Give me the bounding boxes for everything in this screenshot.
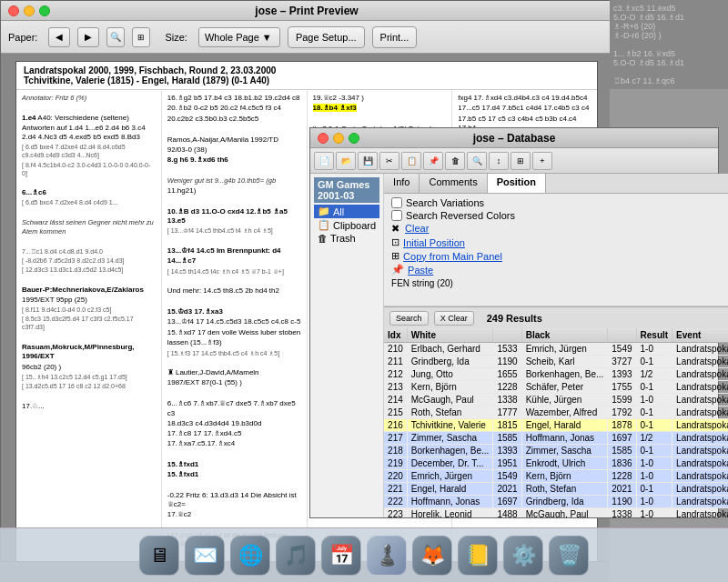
db-clipboard-item[interactable]: 📋 Clipboard bbox=[314, 218, 379, 232]
db-titlebar: jose – Database bbox=[310, 128, 718, 148]
db-cut-button[interactable]: ✂ bbox=[379, 152, 399, 170]
table-row[interactable]: 222Hoffmann, Jonas1697Grindberg, Ida1190… bbox=[384, 496, 728, 508]
results-area[interactable]: Idx White Black Result Event Site R... B… bbox=[384, 328, 728, 517]
tab-position[interactable]: Position bbox=[488, 174, 546, 193]
db-copy-button[interactable]: 📋 bbox=[401, 152, 421, 170]
db-left-panel: GM Games 2001-03 📁 All 📋 Clipboard 🗑 Tra… bbox=[310, 174, 384, 517]
db-all-item[interactable]: 📁 All bbox=[314, 205, 379, 218]
db-trash-item[interactable]: 🗑 Trash bbox=[314, 232, 379, 245]
table-cell: Roth, Stefan bbox=[407, 406, 493, 419]
db-tabs: Info Comments Position bbox=[384, 174, 728, 194]
table-row[interactable]: 217Zimmer, Sascha1585Hoffmann, Jonas1697… bbox=[384, 432, 728, 445]
table-row[interactable]: 223Horelik, Leonid1488McGaugh, Paul13381… bbox=[384, 508, 728, 518]
col-welo[interactable] bbox=[493, 328, 521, 343]
dock-calendar[interactable]: 📅 bbox=[321, 536, 361, 576]
zoom-button[interactable] bbox=[39, 5, 50, 16]
db-close-button[interactable] bbox=[318, 133, 329, 144]
table-cell: Roth, Stefan bbox=[521, 483, 608, 496]
table-row[interactable]: 216Tchivitkine, Valerie1815Engel, Harald… bbox=[384, 419, 728, 432]
search-button[interactable]: Search bbox=[389, 311, 429, 326]
clear-link[interactable]: Clear bbox=[405, 223, 429, 235]
table-row[interactable]: 214McGaugh, Paul1338Kühle, Jürgen15991-0… bbox=[384, 394, 728, 406]
print-label: Print... bbox=[380, 32, 410, 43]
dock-mail[interactable]: ✉️ bbox=[185, 536, 225, 576]
db-zoom-button[interactable] bbox=[349, 133, 359, 144]
col-result[interactable]: Result bbox=[636, 328, 672, 343]
table-cell: 1/2 bbox=[636, 432, 672, 445]
table-cell: Grindberg, Ida bbox=[407, 356, 493, 368]
table-row[interactable]: 213Kern, Björn1228Schäfer, Peter17550-1L… bbox=[384, 381, 728, 394]
table-cell: 1792 bbox=[608, 406, 636, 419]
dock-finder[interactable]: 🖥 bbox=[139, 536, 179, 576]
db-extra-button[interactable]: + bbox=[532, 152, 552, 170]
search-variations-check[interactable] bbox=[391, 197, 402, 208]
db-paste-button[interactable]: 📌 bbox=[423, 152, 443, 170]
table-row[interactable]: 218Borkenhagen, Be...1393Zimmer, Sascha1… bbox=[384, 445, 728, 457]
dock-trash[interactable]: 🗑️ bbox=[549, 536, 589, 576]
table-cell: 1393 bbox=[493, 445, 521, 457]
db-minimize-button[interactable] bbox=[333, 133, 344, 144]
zoom-out-button[interactable]: 🔍 bbox=[106, 27, 125, 47]
results-table: Idx White Black Result Event Site R... B… bbox=[384, 328, 728, 517]
print-button[interactable]: Print... bbox=[372, 26, 418, 48]
zoom-mode[interactable]: ⊞ bbox=[132, 27, 150, 47]
table-row[interactable]: 220Emrich, Jürgen1549Kern, Björn12281-0L… bbox=[384, 470, 728, 483]
col-idx[interactable]: Idx bbox=[384, 328, 407, 343]
table-row[interactable]: 219December, Dr. T...1951Enkrodt, Ulrich… bbox=[384, 457, 728, 470]
initial-position-icon: ⊡ bbox=[391, 236, 399, 248]
table-cell: 1836 bbox=[608, 457, 636, 470]
taskbar: 🖥 ✉️ 🌐 🎵 📅 ♟️ 🦊 📒 ⚙️ 🗑️ bbox=[0, 527, 728, 582]
table-cell: 1-0 bbox=[636, 496, 672, 508]
table-row[interactable]: 211Grindberg, Ida1190Scheib, Karl37270-1… bbox=[384, 356, 728, 368]
print-preview-titlebar: jose – Print Preview bbox=[1, 1, 612, 21]
clear-results-button[interactable]: X Clear bbox=[434, 311, 474, 326]
tab-comments[interactable]: Comments bbox=[420, 174, 487, 193]
table-cell: 1951 bbox=[493, 457, 521, 470]
db-save-button[interactable]: 💾 bbox=[358, 152, 378, 170]
db-search-bar: Search X Clear 249 Results bbox=[384, 306, 728, 328]
col-white[interactable]: White bbox=[407, 328, 493, 343]
table-cell: 1190 bbox=[493, 356, 521, 368]
search-variations-row: Search Variations bbox=[391, 197, 728, 208]
trash-icon: 🗑 bbox=[318, 233, 328, 244]
table-cell: 1697 bbox=[608, 432, 636, 445]
db-filter-button[interactable]: ⊞ bbox=[511, 152, 531, 170]
table-cell: McGaugh, Paul bbox=[521, 508, 608, 518]
dock-address-book[interactable]: 📒 bbox=[458, 536, 498, 576]
minimize-button[interactable] bbox=[24, 5, 35, 16]
search-reversed-check[interactable] bbox=[391, 210, 402, 221]
col-black[interactable]: Black bbox=[521, 328, 608, 343]
db-sort-button[interactable]: ↕ bbox=[489, 152, 509, 170]
table-cell: 1-0 bbox=[636, 394, 672, 406]
tab-info[interactable]: Info bbox=[384, 174, 420, 193]
table-row[interactable]: 210Erlbach, Gerhard1533Emrich, Jürgen154… bbox=[384, 343, 728, 356]
col-event[interactable]: Event bbox=[672, 328, 728, 343]
size-label: Size: bbox=[165, 32, 187, 43]
db-delete-button[interactable]: 🗑 bbox=[445, 152, 465, 170]
dock-safari[interactable]: 🌐 bbox=[230, 536, 270, 576]
table-row[interactable]: 212Jung, Otto1655Borkenhagen, Be...13931… bbox=[384, 368, 728, 381]
table-row[interactable]: 221Engel, Harald2021Roth, Stefan20210-1L… bbox=[384, 483, 728, 496]
copy-from-main-link[interactable]: Copy from Main Panel bbox=[403, 251, 502, 262]
table-cell: 1338 bbox=[608, 508, 636, 518]
db-new-button[interactable]: 📄 bbox=[314, 152, 334, 170]
paste-link[interactable]: Paste bbox=[408, 265, 433, 276]
next-page-button[interactable]: ▶ bbox=[77, 27, 99, 47]
db-find-button[interactable]: 🔍 bbox=[467, 152, 487, 170]
col-belo[interactable] bbox=[608, 328, 636, 343]
db-open-button[interactable]: 📂 bbox=[336, 152, 356, 170]
initial-position-link[interactable]: Initial Position bbox=[403, 237, 465, 248]
prev-page-button[interactable]: ◀ bbox=[48, 27, 70, 47]
table-cell: 218 bbox=[384, 445, 407, 457]
dock-jose[interactable]: ♟️ bbox=[367, 536, 407, 576]
table-cell: 0-1 bbox=[636, 381, 672, 394]
size-dropdown[interactable]: Whole Page ▼ bbox=[198, 27, 280, 47]
dock-firefox[interactable]: 🦊 bbox=[412, 536, 452, 576]
page-setup-button[interactable]: Page Setup... bbox=[288, 26, 365, 48]
table-cell: Landratspokal 2... bbox=[672, 483, 728, 496]
document-header: Landratspokal 2000, 1999, Fischbach, Rou… bbox=[16, 62, 597, 90]
dock-system-prefs[interactable]: ⚙️ bbox=[503, 536, 543, 576]
close-button[interactable] bbox=[8, 5, 19, 16]
table-row[interactable]: 215Roth, Stefan1777Wazember, Alfred17920… bbox=[384, 406, 728, 419]
dock-itunes[interactable]: 🎵 bbox=[276, 536, 316, 576]
